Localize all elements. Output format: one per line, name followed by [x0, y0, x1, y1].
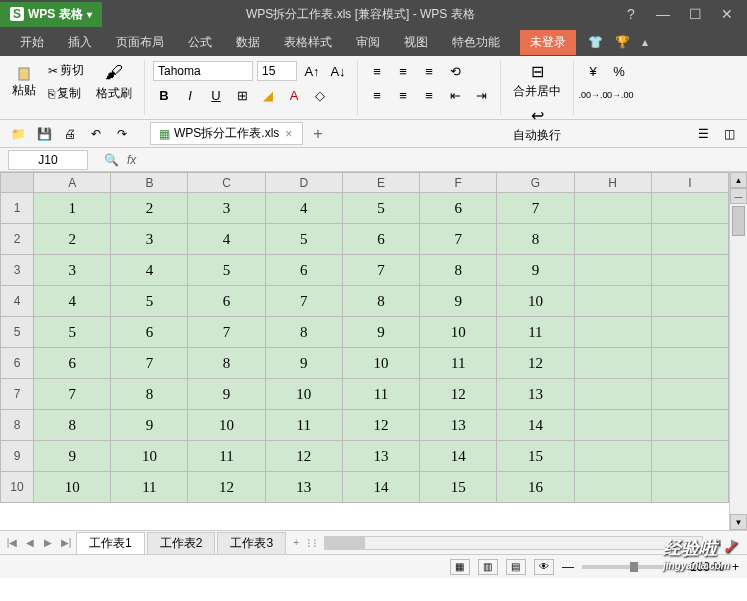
row-header[interactable]: 8: [1, 410, 34, 441]
cell[interactable]: 4: [188, 224, 265, 255]
page-break-button[interactable]: ▤: [506, 559, 526, 575]
menu-page-layout[interactable]: 页面布局: [104, 30, 176, 55]
cell[interactable]: 10: [342, 348, 419, 379]
first-sheet-button[interactable]: |◀: [4, 535, 20, 551]
cell[interactable]: 5: [111, 286, 188, 317]
cell[interactable]: 9: [420, 286, 497, 317]
cell[interactable]: 5: [34, 317, 111, 348]
add-tab-button[interactable]: +: [313, 125, 322, 143]
underline-button[interactable]: U: [205, 84, 227, 106]
cell[interactable]: 10: [34, 472, 111, 503]
cell[interactable]: 11: [111, 472, 188, 503]
cell[interactable]: [574, 224, 651, 255]
cell[interactable]: [574, 441, 651, 472]
decrease-decimal-button[interactable]: .0→.00: [608, 84, 630, 106]
font-family-select[interactable]: [153, 61, 253, 81]
paste-button[interactable]: 粘贴: [8, 62, 40, 103]
cell[interactable]: 9: [497, 255, 574, 286]
next-sheet-button[interactable]: ▶: [40, 535, 56, 551]
cell[interactable]: 9: [265, 348, 342, 379]
col-header[interactable]: H: [574, 173, 651, 193]
zoom-handle[interactable]: [630, 562, 638, 572]
cell[interactable]: 12: [265, 441, 342, 472]
zoom-level[interactable]: 100 %: [690, 560, 724, 574]
cell[interactable]: 5: [342, 193, 419, 224]
logo-dropdown-icon[interactable]: ▾: [87, 9, 92, 20]
row-header[interactable]: 5: [1, 317, 34, 348]
decrease-font-button[interactable]: A↓: [327, 60, 349, 82]
cell[interactable]: 7: [111, 348, 188, 379]
cell[interactable]: [574, 472, 651, 503]
cell[interactable]: 15: [420, 472, 497, 503]
cell[interactable]: 2: [111, 193, 188, 224]
cell[interactable]: 9: [111, 410, 188, 441]
cell[interactable]: [651, 255, 728, 286]
cell[interactable]: 16: [497, 472, 574, 503]
cell[interactable]: 13: [342, 441, 419, 472]
increase-decimal-button[interactable]: .00→.0: [582, 84, 604, 106]
menu-insert[interactable]: 插入: [56, 30, 104, 55]
prev-sheet-button[interactable]: ◀: [22, 535, 38, 551]
cell[interactable]: 15: [497, 441, 574, 472]
cell[interactable]: [574, 379, 651, 410]
cell[interactable]: 8: [265, 317, 342, 348]
menu-view[interactable]: 视图: [392, 30, 440, 55]
row-header[interactable]: 3: [1, 255, 34, 286]
cell[interactable]: 13: [420, 410, 497, 441]
cell[interactable]: 11: [497, 317, 574, 348]
cell[interactable]: [651, 441, 728, 472]
cell[interactable]: [574, 348, 651, 379]
cut-button[interactable]: ✂ 剪切: [44, 60, 88, 81]
split-button[interactable]: —: [730, 188, 747, 204]
cell[interactable]: 14: [342, 472, 419, 503]
increase-font-button[interactable]: A↑: [301, 60, 323, 82]
align-top-button[interactable]: ≡: [366, 60, 388, 82]
cell[interactable]: 6: [342, 224, 419, 255]
menu-review[interactable]: 审阅: [344, 30, 392, 55]
menu-table-style[interactable]: 表格样式: [272, 30, 344, 55]
cell[interactable]: [651, 410, 728, 441]
fill-color-button[interactable]: ◢: [257, 84, 279, 106]
cell[interactable]: [651, 193, 728, 224]
cell[interactable]: [574, 193, 651, 224]
col-header[interactable]: A: [34, 173, 111, 193]
cell[interactable]: 11: [265, 410, 342, 441]
cell[interactable]: 11: [342, 379, 419, 410]
vertical-scrollbar[interactable]: ▲ — ▼: [729, 172, 747, 530]
cell[interactable]: 13: [497, 379, 574, 410]
col-header[interactable]: I: [651, 173, 728, 193]
cell[interactable]: 1: [34, 193, 111, 224]
list-icon[interactable]: ☰: [693, 124, 713, 144]
maximize-button[interactable]: ☐: [683, 4, 707, 24]
cell[interactable]: 5: [188, 255, 265, 286]
close-button[interactable]: ✕: [715, 4, 739, 24]
scroll-right-button[interactable]: ▶: [727, 535, 743, 551]
window-icon[interactable]: ◫: [719, 124, 739, 144]
scroll-thumb[interactable]: [732, 206, 745, 236]
search-icon[interactable]: 🔍: [104, 153, 119, 167]
border-button[interactable]: ⊞: [231, 84, 253, 106]
cell[interactable]: [651, 472, 728, 503]
cell[interactable]: 8: [34, 410, 111, 441]
align-center-button[interactable]: ≡: [392, 84, 414, 106]
cell[interactable]: 12: [420, 379, 497, 410]
cell[interactable]: [651, 317, 728, 348]
spreadsheet-grid[interactable]: A B C D E F G H I 1123456722345678334567…: [0, 172, 729, 503]
save-button[interactable]: 💾: [34, 124, 54, 144]
cell[interactable]: [574, 317, 651, 348]
font-size-select[interactable]: [257, 61, 297, 81]
cell[interactable]: 11: [188, 441, 265, 472]
open-button[interactable]: 📁: [8, 124, 28, 144]
merge-center-button[interactable]: ⊟ 合并居中: [509, 60, 565, 102]
col-header[interactable]: E: [342, 173, 419, 193]
cell[interactable]: 4: [34, 286, 111, 317]
select-all-corner[interactable]: [1, 173, 34, 193]
zoom-slider[interactable]: [582, 565, 682, 569]
normal-view-button[interactable]: ▦: [450, 559, 470, 575]
col-header[interactable]: D: [265, 173, 342, 193]
percent-button[interactable]: %: [608, 60, 630, 82]
menu-features[interactable]: 特色功能: [440, 30, 512, 55]
row-header[interactable]: 9: [1, 441, 34, 472]
document-tab[interactable]: ▦ WPS拆分工作表.xls ×: [150, 122, 303, 145]
sheet-tab-2[interactable]: 工作表2: [147, 532, 216, 554]
